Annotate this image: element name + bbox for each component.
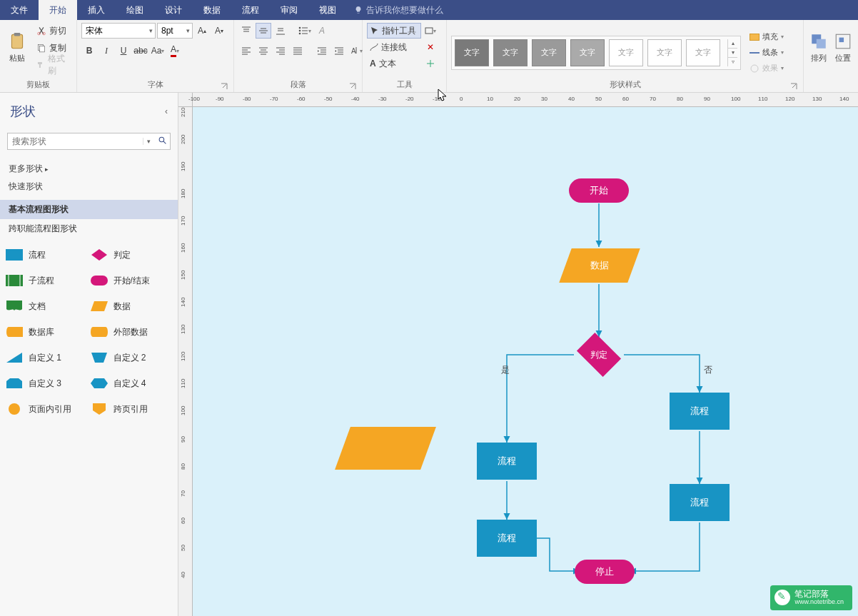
gallery-up-button[interactable]: ▴ <box>728 39 737 49</box>
strike-button[interactable]: abc <box>133 43 148 59</box>
connection-point-button[interactable] <box>423 56 438 71</box>
tab-process[interactable]: 流程 <box>231 0 270 20</box>
search-button[interactable] <box>154 136 170 147</box>
shape-search-input[interactable] <box>8 136 143 146</box>
search-dropdown-button[interactable]: ▾ <box>143 138 154 145</box>
connector-icon <box>370 43 378 51</box>
style-swatch-5[interactable]: 文字 <box>609 39 643 66</box>
style-swatch-4[interactable]: 文字 <box>570 39 605 66</box>
tab-design[interactable]: 设计 <box>154 0 193 20</box>
rotate-text-button[interactable]: A <box>348 43 364 59</box>
onpage-shape-icon <box>6 403 23 415</box>
font-size-select[interactable]: 8pt <box>157 23 193 39</box>
style-swatch-1[interactable]: 文字 <box>455 39 489 66</box>
tell-me[interactable]: 告诉我你想要做什么 <box>347 0 450 20</box>
cut-button[interactable]: 剪切 <box>34 23 72 39</box>
font-launcher-icon[interactable] <box>221 83 228 90</box>
arrange-button[interactable]: 排列 <box>808 23 829 73</box>
tab-draw[interactable]: 绘图 <box>116 0 154 20</box>
shape-startend[interactable]: 开始/结束 <box>91 274 173 287</box>
shape-data[interactable]: 数据 <box>91 300 173 313</box>
tab-file[interactable]: 文件 <box>0 0 39 20</box>
quick-shapes-link[interactable]: 快速形状 <box>9 178 169 196</box>
style-swatch-2[interactable]: 文字 <box>493 39 528 66</box>
connector-tool-label: 连接线 <box>381 41 407 54</box>
styles-launcher-icon[interactable] <box>790 83 797 90</box>
shape-process[interactable]: 流程 <box>6 248 88 261</box>
flow-process-left2-node[interactable]: 流程 <box>477 520 537 557</box>
gallery-more-button[interactable]: ▿ <box>728 58 737 66</box>
shape-offpage[interactable]: 跨页引用 <box>91 403 173 415</box>
shape-custom1[interactable]: 自定义 1 <box>6 351 88 364</box>
align-middle-button[interactable] <box>256 23 271 39</box>
shape-custom3[interactable]: 自定义 3 <box>6 377 88 390</box>
style-swatch-7[interactable]: 文字 <box>686 39 720 66</box>
format-painter-button[interactable]: 格式刷 <box>34 57 72 73</box>
align-right-button[interactable] <box>273 43 288 59</box>
align-left-button[interactable] <box>238 43 254 59</box>
flow-start-node[interactable]: 开始 <box>569 178 629 203</box>
fill-label: 填充 <box>762 31 778 42</box>
shape-subprocess[interactable]: 子流程 <box>6 274 88 287</box>
style-swatch-6[interactable]: 文字 <box>647 39 682 66</box>
category-cross-functional[interactable]: 跨职能流程图形状 <box>0 219 178 238</box>
font-color-button[interactable]: A <box>167 43 183 59</box>
justify-button[interactable] <box>290 43 306 59</box>
tab-home[interactable]: 开始 <box>39 0 77 20</box>
style-gallery[interactable]: 文字 文字 文字 文字 文字 文字 文字 ▴ ▾ ▿ <box>451 36 741 70</box>
fill-button[interactable]: 填充 <box>747 30 787 44</box>
tab-review[interactable]: 审阅 <box>270 0 308 20</box>
font-family-select[interactable]: 宋体 <box>81 23 156 39</box>
shape-decision[interactable]: 判定 <box>91 248 173 261</box>
align-center-button[interactable] <box>256 43 271 59</box>
subprocess-shape-icon <box>6 274 23 287</box>
collapse-panel-button[interactable]: ‹ <box>165 106 168 116</box>
shape-custom4[interactable]: 自定义 4 <box>91 377 173 390</box>
flow-process-left1-node[interactable]: 流程 <box>477 443 537 480</box>
italic-button[interactable]: I <box>99 43 114 59</box>
pointer-tool-button[interactable]: 指针工具 <box>367 23 421 39</box>
change-case-button[interactable]: Aa <box>150 43 166 59</box>
paste-button[interactable]: 粘贴 <box>4 23 31 73</box>
tab-view[interactable]: 视图 <box>308 0 347 20</box>
shape-extdata[interactable]: 外部数据 <box>91 325 173 338</box>
effects-button[interactable]: 效果 <box>747 61 787 76</box>
gallery-down-button[interactable]: ▾ <box>728 49 737 58</box>
style-swatch-3[interactable]: 文字 <box>532 39 566 66</box>
shape-document[interactable]: 文档 <box>6 300 88 313</box>
align-top-button[interactable] <box>238 23 254 39</box>
shape-custom2[interactable]: 自定义 2 <box>91 351 173 364</box>
drawing-canvas[interactable]: 开始 数据 判定 是 否 流程 流程 流程 流程 停止 笔记部落 www.not… <box>193 107 858 616</box>
tab-insert[interactable]: 插入 <box>77 0 116 20</box>
lightbulb-icon <box>354 6 363 14</box>
connector-tool-button[interactable]: 连接线 <box>367 39 421 55</box>
flow-data-node[interactable]: 数据 <box>565 248 634 283</box>
decrease-indent-button[interactable] <box>314 43 330 59</box>
increase-font-button[interactable]: A▴ <box>194 23 210 39</box>
delete-connector-button[interactable]: ✕ <box>423 39 438 55</box>
paragraph-launcher-icon[interactable] <box>349 83 356 90</box>
decrease-font-button[interactable]: A▾ <box>211 23 227 39</box>
shape-onpage[interactable]: 页面内引用 <box>6 403 88 415</box>
flow-process-right2-node[interactable]: 流程 <box>670 484 730 521</box>
category-basic-flowchart[interactable]: 基本流程图形状 <box>0 200 178 219</box>
text-tool-button[interactable]: A文本 <box>367 56 421 71</box>
more-shapes-link[interactable]: 更多形状 ▸ <box>9 160 169 178</box>
vertical-ruler[interactable]: 2102001901801701601501401301201101009080… <box>178 107 193 616</box>
bold-button[interactable]: B <box>81 43 97 59</box>
clear-format-button[interactable]: A <box>314 23 330 39</box>
bullets-button[interactable] <box>297 23 313 39</box>
flow-stop-node[interactable]: 停止 <box>575 560 635 584</box>
horizontal-ruler[interactable]: -100-90-80-70-60-50-40-30-20-10010203040… <box>193 93 858 107</box>
position-button[interactable]: 位置 <box>832 23 854 73</box>
increase-indent-button[interactable] <box>331 43 347 59</box>
underline-button[interactable]: U <box>116 43 131 59</box>
flow-loose-data-node[interactable] <box>343 427 428 470</box>
shape-database[interactable]: 数据库 <box>6 325 88 338</box>
flow-decision-node[interactable]: 判定 <box>573 337 625 373</box>
line-button[interactable]: 线条 <box>747 46 787 60</box>
flow-process-right1-node[interactable]: 流程 <box>670 393 730 430</box>
tab-data[interactable]: 数据 <box>193 0 231 20</box>
align-bottom-button[interactable] <box>273 23 288 39</box>
rectangle-tool-button[interactable] <box>423 23 438 39</box>
